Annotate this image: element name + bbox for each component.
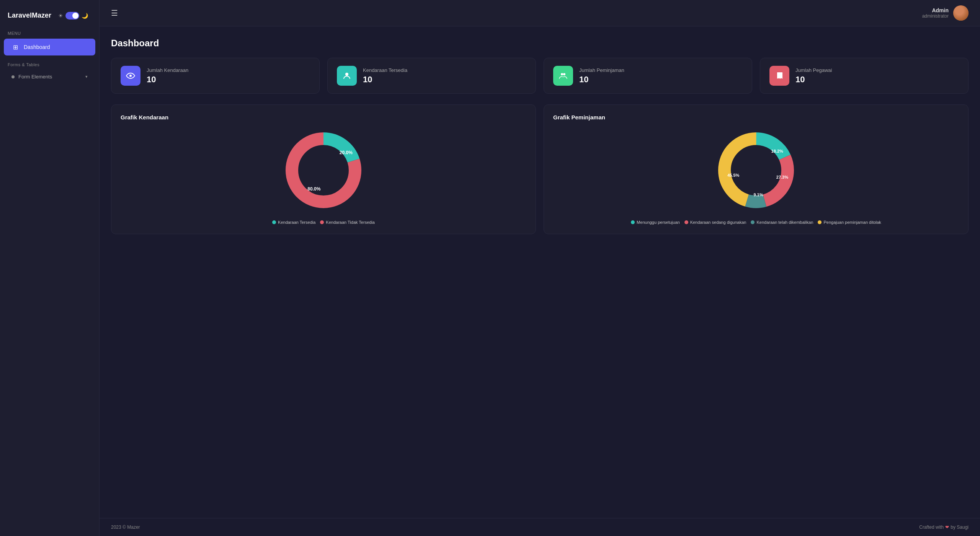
legend-label-tersedia: Kendaraan Tersedia xyxy=(278,220,315,225)
heart-icon: ❤ xyxy=(945,525,949,530)
sidebar-item-dashboard-label: Dashboard xyxy=(24,44,50,50)
footer-crafted-with: Crafted with xyxy=(919,525,944,530)
stat-label-pegawai: Jumlah Pegawai xyxy=(795,67,832,73)
stat-icon-peminjaman xyxy=(553,66,573,86)
chevron-down-icon: ▾ xyxy=(85,74,88,79)
topbar-right: Admin administrator xyxy=(922,5,969,21)
legend-dot-tidak-tersedia xyxy=(320,220,324,224)
sidebar-submenu-label: Form Elements xyxy=(18,74,52,80)
stat-icon-kendaraan xyxy=(121,66,140,86)
chart-peminjaman-area: 18.2% 27.3% 9.1% 45.5% Menunggu persetuj… xyxy=(553,128,959,225)
admin-role: administrator xyxy=(922,13,949,19)
donut-kendaraan: 20.0% 80.0% xyxy=(281,128,366,212)
stat-card-kendaraan-tersedia: Kendaraan Tersedia 10 xyxy=(327,58,536,94)
legend-kendaraan: Kendaraan Tersedia Kendaraan Tidak Terse… xyxy=(272,220,375,225)
moon-icon: 🌙 xyxy=(82,13,88,19)
stat-card-pegawai: Jumlah Pegawai 10 xyxy=(760,58,969,94)
legend-dot-dikembalikan xyxy=(751,220,755,224)
footer: 2023 © Mazer Crafted with ❤ by Saugi xyxy=(100,518,980,536)
sidebar-item-dashboard[interactable]: ⊞ Dashboard xyxy=(4,39,95,55)
svg-text:27.3%: 27.3% xyxy=(776,175,788,179)
stat-value-pegawai: 10 xyxy=(795,75,832,85)
sun-icon: ☀ xyxy=(58,13,63,19)
stat-card-peminjaman: Jumlah Peminjaman 10 xyxy=(544,58,752,94)
chart-kendaraan-area: 20.0% 80.0% Kendaraan Tersedia Kendaraan… xyxy=(121,128,526,225)
brand-name: LaravelMazer xyxy=(8,11,51,20)
stat-value-tersedia: 10 xyxy=(363,75,407,85)
brand: LaravelMazer ☀ 🌙 xyxy=(0,8,99,27)
svg-point-2 xyxy=(561,73,563,75)
chart-kendaraan-title: Grafik Kendaraan xyxy=(121,114,526,121)
legend-peminjaman: Menunggu persetujuan Kendaraan sedang di… xyxy=(631,220,881,225)
stat-label-tersedia: Kendaraan Tersedia xyxy=(363,67,407,73)
legend-dot-menunggu xyxy=(631,220,635,224)
legend-item-tersedia: Kendaraan Tersedia xyxy=(272,220,315,225)
avatar[interactable] xyxy=(953,5,969,21)
stat-info-tersedia: Kendaraan Tersedia 10 xyxy=(363,67,407,85)
page-title: Dashboard xyxy=(111,38,969,49)
admin-info: Admin administrator xyxy=(922,7,949,19)
donut-kendaraan-svg: 20.0% 80.0% xyxy=(281,128,366,212)
toggle-switch[interactable] xyxy=(65,12,79,20)
legend-dot-tersedia xyxy=(272,220,276,224)
menu-label: Menu xyxy=(0,27,99,38)
svg-text:45.5%: 45.5% xyxy=(727,173,739,178)
legend-label-menunggu: Menunggu persetujuan xyxy=(637,220,680,225)
stat-info-pegawai: Jumlah Pegawai 10 xyxy=(795,67,832,85)
avatar-image xyxy=(953,5,969,21)
svg-text:80.0%: 80.0% xyxy=(307,186,321,192)
legend-dot-ditolak xyxy=(818,220,822,224)
svg-text:18.2%: 18.2% xyxy=(771,149,783,153)
stat-label-kendaraan: Jumlah Kendaraan xyxy=(147,67,188,73)
hamburger-button[interactable]: ☰ xyxy=(111,8,118,18)
legend-label-dikembalikan: Kendaraan telah dikembalikan xyxy=(756,220,813,225)
svg-point-0 xyxy=(129,75,132,77)
svg-point-3 xyxy=(563,73,565,75)
stat-info-peminjaman: Jumlah Peminjaman 10 xyxy=(579,67,624,85)
legend-item-tidak-tersedia: Kendaraan Tidak Tersedia xyxy=(320,220,375,225)
svg-point-13 xyxy=(737,152,775,189)
chart-peminjaman-title: Grafik Peminjaman xyxy=(553,114,959,121)
forms-tables-label: Forms & Tables xyxy=(0,56,99,69)
main-area: ☰ Admin administrator Dashboard Jumlah K… xyxy=(100,0,980,536)
footer-right: Crafted with ❤ by Saugi xyxy=(919,525,969,530)
dot-icon xyxy=(11,75,15,78)
legend-label-ditolak: Pengajuan peminjaman ditolak xyxy=(823,220,881,225)
stat-value-peminjaman: 10 xyxy=(579,75,624,85)
legend-label-tidak-tersedia: Kendaraan Tidak Tersedia xyxy=(326,220,375,225)
stat-icon-pegawai xyxy=(769,66,789,86)
legend-dot-digunakan xyxy=(684,220,688,224)
topbar: ☰ Admin administrator xyxy=(100,0,980,26)
stat-card-jumlah-kendaraan: Jumlah Kendaraan 10 xyxy=(111,58,320,94)
chart-kendaraan: Grafik Kendaraan xyxy=(111,104,536,234)
theme-toggle[interactable]: ☀ 🌙 xyxy=(58,12,88,20)
stat-cards-grid: Jumlah Kendaraan 10 Kendaraan Tersedia 1… xyxy=(111,58,969,94)
stat-label-peminjaman: Jumlah Peminjaman xyxy=(579,67,624,73)
svg-text:20.0%: 20.0% xyxy=(340,150,353,155)
footer-copyright: 2023 © Mazer xyxy=(111,525,140,530)
content-area: Dashboard Jumlah Kendaraan 10 Kendaraan … xyxy=(100,26,980,518)
legend-item-digunakan: Kendaraan sedang digunakan xyxy=(684,220,746,225)
stat-info-kendaraan: Jumlah Kendaraan 10 xyxy=(147,67,188,85)
svg-text:9.1%: 9.1% xyxy=(753,192,763,197)
chart-peminjaman: Grafik Peminjaman xyxy=(544,104,969,234)
stat-icon-tersedia xyxy=(337,66,357,86)
admin-name: Admin xyxy=(922,7,949,13)
stat-value-kendaraan: 10 xyxy=(147,75,188,85)
legend-item-ditolak: Pengajuan peminjaman ditolak xyxy=(818,220,881,225)
dashboard-icon: ⊞ xyxy=(11,43,19,51)
footer-by: by Saugi xyxy=(951,525,969,530)
legend-item-menunggu: Menunggu persetujuan xyxy=(631,220,680,225)
sidebar: LaravelMazer ☀ 🌙 Menu ⊞ Dashboard Forms … xyxy=(0,0,100,536)
legend-item-dikembalikan: Kendaraan telah dikembalikan xyxy=(751,220,813,225)
charts-row: Grafik Kendaraan xyxy=(111,104,969,234)
donut-peminjaman: 18.2% 27.3% 9.1% 45.5% xyxy=(714,128,798,212)
legend-label-digunakan: Kendaraan sedang digunakan xyxy=(690,220,746,225)
svg-point-1 xyxy=(345,73,348,76)
svg-point-6 xyxy=(305,152,343,189)
donut-peminjaman-svg: 18.2% 27.3% 9.1% 45.5% xyxy=(714,128,798,212)
sidebar-item-form-elements[interactable]: Form Elements ▾ xyxy=(4,70,95,83)
